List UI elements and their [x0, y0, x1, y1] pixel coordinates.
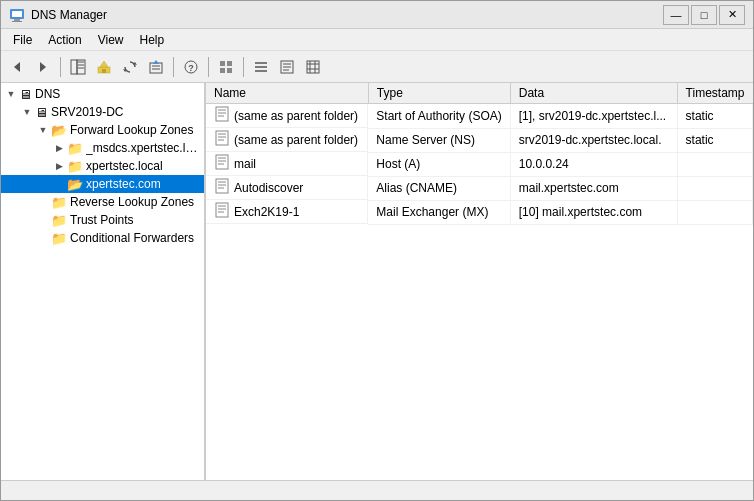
status-bar [1, 480, 753, 500]
svg-rect-25 [227, 68, 232, 73]
tree-label-srv2019-dc: SRV2019-DC [51, 105, 123, 119]
tree-label-xpertstec-local: xpertstec.local [86, 159, 163, 173]
expand-dns-root-icon: ▼ [3, 89, 19, 99]
export-button[interactable] [144, 55, 168, 79]
record-type: Start of Authority (SOA) [368, 104, 510, 129]
tree-item-xpertstec-com[interactable]: 📂 xpertstec.com [1, 175, 204, 193]
record-name: (same as parent folder) [234, 133, 358, 147]
table-row[interactable]: (same as parent folder)Start of Authorit… [206, 104, 753, 129]
tree-item-trust-points[interactable]: 📁 Trust Points [1, 211, 204, 229]
tree-label-dns-root: DNS [35, 87, 60, 101]
dns-root-icon: 🖥 [19, 87, 32, 102]
table-row[interactable]: mailHost (A)10.0.0.24 [206, 152, 753, 176]
svg-marker-19 [153, 60, 159, 64]
tree-item-srv2019-dc[interactable]: ▼ 🖥 SRV2019-DC [1, 103, 204, 121]
records-table: Name Type Data Timestamp (same as parent… [206, 83, 753, 225]
svg-rect-2 [14, 19, 20, 21]
svg-rect-33 [307, 61, 319, 73]
dns-record-icon [214, 154, 234, 173]
folder-trust-points-icon: 📁 [51, 213, 67, 228]
detail-panel[interactable]: Name Type Data Timestamp (same as parent… [206, 83, 753, 480]
folder-reverse-lookup-icon: 📁 [51, 195, 67, 210]
folder-xpertstec-com-icon: 📂 [67, 177, 83, 192]
dns-record-icon [214, 202, 234, 221]
toolbar-sep-4 [243, 57, 244, 77]
record-data: 10.0.0.24 [510, 152, 677, 176]
main-window: DNS Manager — □ ✕ File Action View Help [0, 0, 754, 501]
tree-item-msdcs[interactable]: ▶ 📁 _msdcs.xpertstec.loca [1, 139, 204, 157]
menu-help[interactable]: Help [132, 31, 173, 49]
properties-button[interactable] [275, 55, 299, 79]
table-row[interactable]: Exch2K19-1Mail Exchanger (MX)[10] mail.x… [206, 200, 753, 224]
col-header-data[interactable]: Data [510, 83, 677, 104]
minimize-button[interactable]: — [663, 5, 689, 25]
svg-marker-5 [40, 62, 46, 72]
svg-rect-16 [150, 63, 162, 73]
view-list-button[interactable] [249, 55, 273, 79]
record-name: Exch2K19-1 [234, 205, 299, 219]
table-row[interactable]: (same as parent folder)Name Server (NS)s… [206, 128, 753, 152]
close-button[interactable]: ✕ [719, 5, 745, 25]
record-name: (same as parent folder) [234, 109, 358, 123]
filter-button[interactable] [301, 55, 325, 79]
svg-rect-50 [216, 179, 228, 193]
svg-text:?: ? [188, 63, 194, 73]
col-header-type[interactable]: Type [368, 83, 510, 104]
maximize-button[interactable]: □ [691, 5, 717, 25]
show-console-button[interactable] [66, 55, 90, 79]
svg-rect-54 [216, 203, 228, 217]
record-data: [10] mail.xpertstec.com [510, 200, 677, 224]
record-type: Mail Exchanger (MX) [368, 200, 510, 224]
tree-label-conditional-fwd: Conditional Forwarders [70, 231, 194, 245]
folder-msdcs-icon: 📁 [67, 141, 83, 156]
folder-xpertstec-local-icon: 📁 [67, 159, 83, 174]
up-button[interactable] [92, 55, 116, 79]
record-name-cell: Exch2K19-1 [206, 200, 368, 224]
tree-label-reverse-lookup: Reverse Lookup Zones [70, 195, 194, 209]
dns-record-icon [214, 106, 234, 125]
record-name-cell: Autodiscover [206, 176, 368, 200]
help-button[interactable]: ? [179, 55, 203, 79]
svg-rect-22 [220, 61, 225, 66]
tree-item-forward-lookup[interactable]: ▼ 📂 Forward Lookup Zones [1, 121, 204, 139]
menu-file[interactable]: File [5, 31, 40, 49]
svg-rect-38 [216, 107, 228, 121]
record-timestamp: static [677, 104, 752, 129]
menu-view[interactable]: View [90, 31, 132, 49]
table-row[interactable]: AutodiscoverAlias (CNAME)mail.xpertstec.… [206, 176, 753, 200]
record-timestamp: static [677, 128, 752, 152]
server-icon: 🖥 [35, 105, 48, 120]
tree-item-dns-root[interactable]: ▼ 🖥 DNS [1, 85, 204, 103]
svg-rect-3 [12, 21, 22, 22]
tree-label-trust-points: Trust Points [70, 213, 134, 227]
expand-forward-lookup-icon: ▼ [35, 125, 51, 135]
tree-panel[interactable]: ▼ 🖥 DNS ▼ 🖥 SRV2019-DC ▼ 📂 Forward Looku… [1, 83, 206, 480]
col-header-name[interactable]: Name [206, 83, 368, 104]
menu-action[interactable]: Action [40, 31, 89, 49]
expand-msdcs-icon: ▶ [51, 143, 67, 153]
col-header-timestamp[interactable]: Timestamp [677, 83, 752, 104]
menu-bar: File Action View Help [1, 29, 753, 51]
view-details-button[interactable] [214, 55, 238, 79]
svg-rect-23 [227, 61, 232, 66]
expand-srv2019-dc-icon: ▼ [19, 107, 35, 117]
record-data: mail.xpertstec.com [510, 176, 677, 200]
tree-label-msdcs: _msdcs.xpertstec.loca [86, 141, 200, 155]
record-data: srv2019-dc.xpertstec.local. [510, 128, 677, 152]
back-button[interactable] [5, 55, 29, 79]
refresh-button[interactable] [118, 55, 142, 79]
tree-item-xpertstec-local[interactable]: ▶ 📁 xpertstec.local [1, 157, 204, 175]
toolbar-sep-2 [173, 57, 174, 77]
tree-item-reverse-lookup[interactable]: 📁 Reverse Lookup Zones [1, 193, 204, 211]
forward-button[interactable] [31, 55, 55, 79]
tree-label-xpertstec-com: xpertstec.com [86, 177, 161, 191]
window-title: DNS Manager [31, 8, 663, 22]
toolbar: ? [1, 51, 753, 83]
svg-rect-6 [71, 60, 77, 74]
folder-open-forward-icon: 📂 [51, 123, 67, 138]
record-type: Name Server (NS) [368, 128, 510, 152]
expand-xpertstec-local-icon: ▶ [51, 161, 67, 171]
tree-item-conditional-fwd[interactable]: 📁 Conditional Forwarders [1, 229, 204, 247]
record-data: [1], srv2019-dc.xpertstec.l... [510, 104, 677, 129]
dns-record-icon [214, 178, 234, 197]
